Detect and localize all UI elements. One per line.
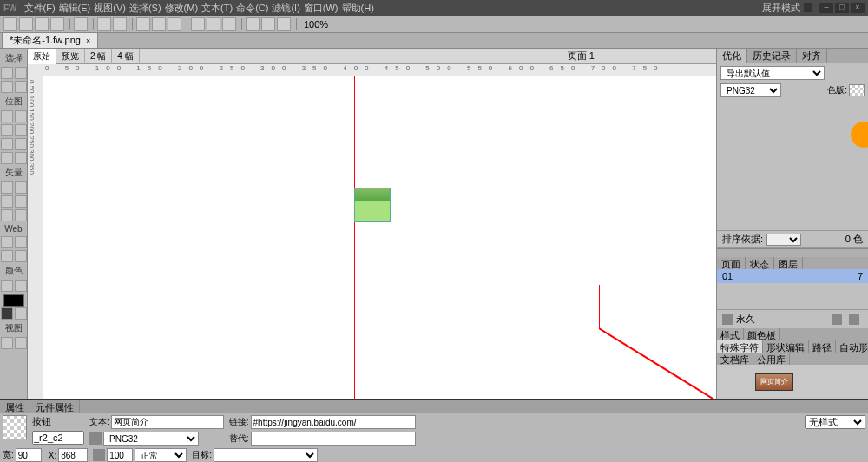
pointer-tool-icon[interactable] (1, 67, 13, 79)
link-input[interactable] (251, 415, 416, 429)
show-tool-icon[interactable] (15, 250, 27, 262)
new-icon[interactable] (832, 314, 842, 325)
bucket-tool-icon[interactable] (15, 280, 27, 292)
chevron-down-icon[interactable] (804, 3, 812, 12)
menu-modify[interactable]: 修改(M) (165, 2, 199, 15)
menu-select[interactable]: 选择(S) (129, 2, 161, 15)
maximize-button[interactable]: □ (835, 3, 849, 13)
tool-f-icon[interactable] (277, 17, 291, 31)
guide-vertical-2[interactable] (391, 76, 391, 399)
menu-edit[interactable]: 编辑(E) (59, 2, 91, 15)
menu-window[interactable]: 窗口(W) (304, 2, 339, 15)
tool-print-icon[interactable] (74, 17, 88, 31)
page-row[interactable]: 01 7 (717, 269, 868, 283)
line-tool-icon[interactable] (1, 182, 13, 194)
eyedrop-tool-icon[interactable] (1, 280, 13, 292)
zoom-tool-icon[interactable] (15, 337, 27, 349)
opacity-input[interactable] (107, 448, 133, 462)
marquee-tool-icon[interactable] (1, 110, 13, 122)
tool-paste-icon[interactable] (168, 17, 181, 31)
pen-tool-icon[interactable] (15, 182, 27, 194)
x-input[interactable] (58, 448, 88, 462)
tab-styles[interactable]: 样式 (717, 328, 744, 340)
tool-redo-icon[interactable] (113, 17, 127, 31)
tool-d-icon[interactable] (246, 17, 260, 31)
tab-properties[interactable]: 属性 (0, 400, 30, 412)
tool-c-icon[interactable] (222, 17, 236, 31)
text-input[interactable] (111, 415, 224, 429)
tab-common[interactable]: 公用库 (753, 353, 790, 365)
knife-tool-icon[interactable] (15, 209, 27, 221)
tool-a-icon[interactable] (191, 17, 205, 31)
export-format-select[interactable]: PNG32 (103, 432, 199, 446)
zoom-level[interactable]: 100% (304, 19, 328, 30)
swap-colors-icon[interactable] (15, 307, 27, 320)
tab-states[interactable]: 状态 (746, 257, 774, 269)
tab-symbol-props[interactable]: 元件属性 (30, 400, 80, 412)
alt-input[interactable] (251, 432, 416, 446)
view-tab-4up[interactable]: 4 幅 (112, 49, 139, 64)
hide-tool-icon[interactable] (1, 250, 13, 262)
pencil-tool-icon[interactable] (1, 138, 13, 150)
tab-doclib[interactable]: 文档库 (717, 353, 753, 365)
width-input[interactable] (16, 448, 42, 462)
tab-history[interactable]: 历史记录 (747, 49, 797, 63)
subselect-tool-icon[interactable] (15, 67, 27, 79)
lasso-tool-icon[interactable] (15, 110, 27, 122)
gif-icon[interactable] (89, 432, 102, 445)
blur-tool-icon[interactable] (1, 152, 13, 164)
library-item-thumb[interactable]: 网页简介 (755, 373, 793, 391)
matte-swatch[interactable] (849, 84, 865, 96)
view-tab-2up[interactable]: 2 幅 (85, 49, 112, 64)
link-icon[interactable] (722, 314, 733, 325)
tab-special[interactable]: 特殊字符 (717, 340, 763, 353)
hand-tool-icon[interactable] (1, 337, 13, 349)
text-tool-icon[interactable] (15, 195, 27, 208)
tool-new-icon[interactable] (3, 17, 17, 31)
tab-optimize[interactable]: 优化 (717, 49, 747, 63)
tab-pages[interactable]: 页面 (717, 257, 746, 269)
hotspot-tool-icon[interactable] (1, 236, 13, 248)
menu-text[interactable]: 文本(T) (201, 2, 233, 15)
tool-save-icon[interactable] (35, 17, 49, 31)
opacity-icon[interactable] (93, 449, 105, 461)
crop-tool-icon[interactable] (15, 81, 27, 93)
tab-shape[interactable]: 形状编辑 (763, 340, 809, 353)
style-select[interactable]: 无样式 (805, 415, 865, 429)
brush-tool-icon[interactable] (15, 124, 27, 136)
view-tab-original[interactable]: 原始 (28, 49, 56, 64)
tool-undo-icon[interactable] (97, 17, 111, 31)
rect-tool-icon[interactable] (1, 195, 13, 208)
canvas[interactable] (43, 76, 716, 399)
tab-align[interactable]: 对齐 (797, 49, 827, 63)
tab-swatch[interactable]: 颜色板 (744, 328, 780, 340)
scale-tool-icon[interactable] (1, 81, 13, 93)
tool-b-icon[interactable] (207, 17, 220, 31)
wand-tool-icon[interactable] (1, 124, 13, 136)
eraser-tool-icon[interactable] (15, 138, 27, 150)
menu-filters[interactable]: 滤镜(I) (272, 2, 299, 15)
slice-tool-icon[interactable] (15, 236, 27, 248)
guide-vertical-1[interactable] (354, 76, 355, 399)
tool-e-icon[interactable] (261, 17, 275, 31)
instance-name-input[interactable] (32, 431, 84, 445)
document-tab[interactable]: *未命名-1.fw.png × (2, 32, 98, 48)
stroke-fill-swatch[interactable] (3, 294, 24, 307)
freeform-tool-icon[interactable] (1, 209, 13, 221)
export-preset-select[interactable]: 导出默认值 (720, 66, 825, 80)
close-button[interactable]: × (851, 3, 865, 13)
blend-select[interactable]: 正常 (135, 448, 187, 462)
menu-file[interactable]: 文件(F) (24, 2, 56, 15)
sort-select[interactable] (766, 234, 801, 246)
view-tab-preview[interactable]: 预览 (56, 49, 85, 64)
target-select[interactable] (214, 448, 318, 462)
tool-cut-icon[interactable] (136, 17, 150, 31)
tab-layers[interactable]: 图层 (774, 257, 803, 269)
tab-autoshape[interactable]: 自动形状 (836, 340, 868, 353)
page-label[interactable]: 页面 1 (568, 50, 595, 63)
button-symbol-instance[interactable] (354, 188, 391, 222)
tool-open-icon[interactable] (19, 17, 33, 31)
minimize-button[interactable]: – (819, 3, 833, 13)
expand-mode-label[interactable]: 展开模式 (762, 2, 800, 15)
tool-import-icon[interactable] (50, 17, 64, 31)
